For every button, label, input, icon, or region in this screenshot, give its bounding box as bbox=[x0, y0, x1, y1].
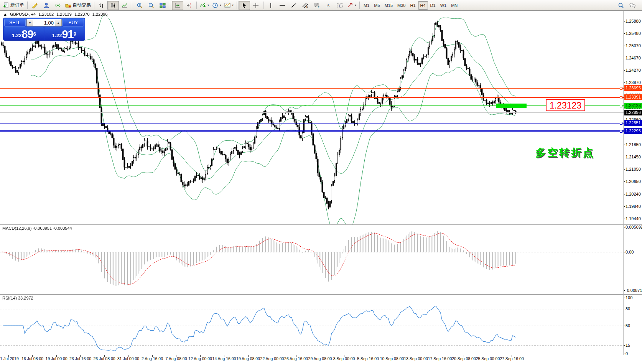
svg-text:T: T bbox=[339, 3, 341, 7]
timeframe-mn-button[interactable]: MN bbox=[449, 1, 460, 10]
bar-chart-icon bbox=[99, 2, 105, 8]
macd-label: MACD(12,26,9) -0.003951 -0.003544 bbox=[2, 226, 72, 231]
line-anchor-marker[interactable] bbox=[620, 105, 622, 107]
new-order-icon bbox=[3, 2, 9, 8]
line-anchor-marker[interactable] bbox=[620, 130, 622, 133]
line-anchor-marker[interactable] bbox=[620, 87, 622, 90]
volume-increase-button[interactable]: ▲ bbox=[55, 19, 61, 26]
buy-button[interactable]: BUY bbox=[63, 19, 84, 26]
horizontal-line-1.23695[interactable] bbox=[0, 88, 624, 89]
time-axis-tick bbox=[440, 355, 440, 357]
label-button[interactable]: T bbox=[334, 1, 346, 10]
indicators-button[interactable]: ▾ bbox=[198, 1, 211, 10]
volume-input[interactable] bbox=[33, 19, 55, 26]
time-axis-tick bbox=[344, 355, 344, 357]
time-axis-tick bbox=[488, 355, 488, 357]
timeframe-h4-button[interactable]: H4 bbox=[418, 1, 428, 10]
candle-chart-button[interactable] bbox=[107, 1, 119, 10]
zoom-in-button[interactable] bbox=[134, 1, 145, 10]
toolbar-separator bbox=[94, 2, 94, 9]
time-axis-label: 17 Sep 16:00 bbox=[428, 356, 452, 361]
toolbar-separator bbox=[27, 2, 28, 9]
pivot-highlight-bar[interactable] bbox=[496, 104, 527, 108]
time-axis-label: 19 Aug 08:00 bbox=[236, 356, 260, 361]
periods-button[interactable]: ▾ bbox=[211, 1, 223, 10]
autotrade-button[interactable]: 自动交易 bbox=[64, 1, 92, 10]
timeframe-m1-button[interactable]: M1 bbox=[361, 1, 372, 10]
timeframe-m5-button[interactable]: M5 bbox=[372, 1, 382, 10]
horizontal-line-1.22896[interactable] bbox=[0, 112, 624, 113]
timeframe-m30-button[interactable]: M30 bbox=[395, 1, 408, 10]
horizontal-line-1.22295[interactable] bbox=[0, 130, 624, 132]
shift-chart-icon bbox=[186, 2, 192, 8]
timeframe-w1-button[interactable]: W1 bbox=[438, 1, 449, 10]
macd-panel-canvas[interactable] bbox=[0, 225, 624, 294]
pivot-annotation-text[interactable]: 多空转折点 bbox=[535, 146, 595, 160]
time-axis-label: 2 Aug 16:00 bbox=[142, 356, 163, 361]
line-anchor-marker[interactable] bbox=[620, 96, 622, 99]
main-chart-canvas[interactable] bbox=[0, 11, 624, 224]
symbol-name: GBPUSD-,H4 bbox=[10, 12, 36, 16]
panel-separator[interactable] bbox=[0, 224, 642, 225]
indicators-button-caret[interactable]: ▾ bbox=[207, 3, 209, 7]
sell-quote[interactable]: 1.22 89 6 bbox=[4, 27, 44, 40]
shift-chart-button[interactable] bbox=[183, 1, 195, 10]
rsi-label: RSI(14) 33.2972 bbox=[2, 296, 33, 300]
zoom-out-button[interactable] bbox=[145, 1, 157, 10]
vline-button[interactable] bbox=[265, 1, 277, 10]
line-anchor-marker[interactable] bbox=[620, 122, 622, 125]
collapse-icon[interactable]: ▲ bbox=[3, 12, 7, 16]
horizontal-line-1.22551[interactable] bbox=[0, 123, 624, 124]
chat-button[interactable] bbox=[627, 1, 638, 10]
news-button[interactable] bbox=[52, 1, 64, 10]
sell-price-prefix: 1.22 bbox=[12, 31, 21, 40]
horizontal-line-1.23123[interactable] bbox=[0, 105, 624, 106]
timeframe-d1-button[interactable]: D1 bbox=[428, 1, 438, 10]
time-axis-tick bbox=[320, 355, 320, 357]
macd-axis-label: 0.005692 bbox=[626, 225, 642, 229]
time-axis-tick bbox=[272, 355, 272, 357]
panel-separator[interactable] bbox=[0, 294, 642, 295]
pivot-price-box[interactable]: 1.23123 bbox=[546, 99, 585, 111]
autoscroll-button[interactable] bbox=[172, 1, 183, 10]
horizontal-line-1.23391[interactable] bbox=[0, 97, 624, 98]
zoom-in-icon bbox=[137, 2, 143, 8]
search-icon bbox=[618, 2, 624, 8]
rsi-panel-canvas[interactable] bbox=[0, 295, 624, 355]
cursor-button[interactable] bbox=[239, 1, 250, 10]
new-order-button[interactable]: 新订单 bbox=[2, 1, 26, 10]
search-button[interactable] bbox=[615, 1, 627, 10]
chat-icon bbox=[629, 2, 635, 8]
price-axis-label: 1.19840 bbox=[626, 204, 641, 209]
sell-button[interactable]: SELL bbox=[4, 19, 26, 26]
buy-quote[interactable]: 1.22 91 9 bbox=[44, 27, 84, 40]
timeframe-h1-button[interactable]: H1 bbox=[408, 1, 418, 10]
toolbar: 新订单自动交易▾▾▾EFAT▾M1M5M15M30H1H4D1W1MN bbox=[0, 0, 642, 11]
time-axis-label: 26 Jul 08:00 bbox=[93, 356, 115, 361]
crosshair-button[interactable] bbox=[250, 1, 262, 10]
bar-chart-button[interactable] bbox=[96, 1, 107, 10]
trendline-button[interactable] bbox=[288, 1, 300, 10]
shapes-icon bbox=[347, 2, 353, 8]
buy-price-big: 91 bbox=[62, 29, 73, 40]
shapes-button-caret[interactable]: ▾ bbox=[355, 3, 356, 7]
shapes-button[interactable]: ▾ bbox=[346, 1, 358, 10]
time-axis-tick bbox=[8, 355, 9, 357]
templates-button[interactable]: ▾ bbox=[223, 1, 235, 10]
line-chart-button[interactable] bbox=[119, 1, 130, 10]
templates-button-caret[interactable]: ▾ bbox=[232, 3, 234, 7]
time-axis-tick bbox=[368, 355, 368, 357]
text-button[interactable]: A bbox=[323, 1, 334, 10]
periods-button-caret[interactable]: ▾ bbox=[220, 3, 221, 7]
profiles-button[interactable] bbox=[41, 1, 52, 10]
hline-button[interactable] bbox=[277, 1, 288, 10]
time-axis-label: 27 Sep 16:00 bbox=[500, 356, 523, 361]
sell-price-big: 89 bbox=[21, 29, 33, 40]
channel-button[interactable]: E bbox=[300, 1, 311, 10]
fibo-button[interactable]: F bbox=[311, 1, 323, 10]
timeframe-m15-button[interactable]: M15 bbox=[382, 1, 395, 10]
volume-decrease-button[interactable]: ▼ bbox=[27, 19, 33, 26]
tile-windows-button[interactable] bbox=[157, 1, 168, 10]
crosshair-icon bbox=[253, 2, 259, 8]
styler-button[interactable] bbox=[29, 1, 41, 10]
